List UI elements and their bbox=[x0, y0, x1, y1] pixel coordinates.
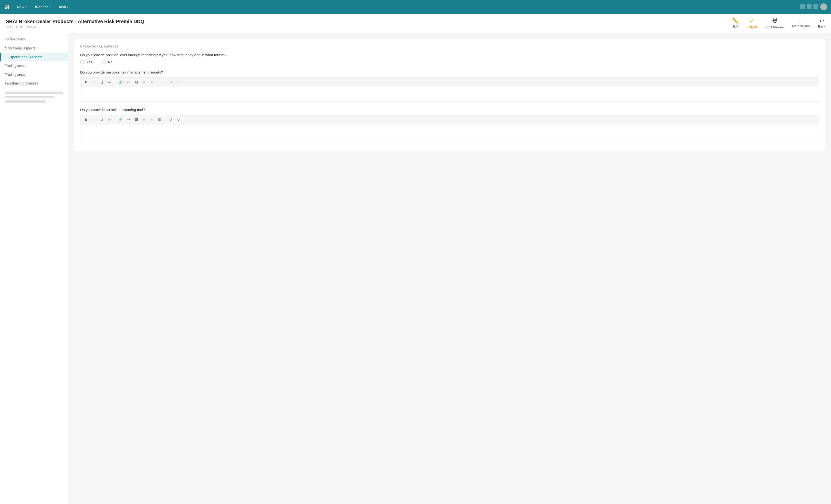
toolbar-align-2[interactable]: ≡ bbox=[148, 116, 155, 123]
toolbar-unordered-list[interactable]: ☰ bbox=[156, 79, 163, 85]
skeleton-line bbox=[5, 96, 54, 98]
categories-title: CATEGORIES bbox=[0, 38, 68, 44]
rich-text-toolbar-2: B I U </> 🔗 ↩ 🖼 ≡ ≡ ☰ ↺ bbox=[80, 115, 819, 124]
toolbar-underline[interactable]: U bbox=[98, 79, 105, 85]
svg-rect-0 bbox=[5, 5, 8, 6]
toolbar-italic[interactable]: I bbox=[91, 79, 97, 85]
page-title: SBAI Broker-Dealer Products - Alternativ… bbox=[6, 18, 144, 25]
nav-icon-1[interactable] bbox=[800, 4, 805, 9]
section-heading: OPERATIONAL ASPECTS bbox=[80, 45, 819, 48]
nav-diligence[interactable]: Diligence ▾ bbox=[31, 3, 53, 10]
edit-button[interactable]: ✏️ Edit bbox=[732, 18, 739, 28]
toolbar-image-2[interactable]: 🖼 bbox=[133, 116, 140, 123]
top-navigation: New ▾ Diligence ▾ Dash ▾ bbox=[0, 0, 831, 13]
toolbar-divider-4 bbox=[165, 117, 165, 122]
nav-left: New ▾ Diligence ▾ Dash ▾ bbox=[4, 2, 70, 11]
svg-rect-3 bbox=[8, 5, 9, 9]
main-content: OPERATIONAL ASPECTS Do you provide posit… bbox=[68, 33, 831, 504]
title-section: SBAI Broker-Dealer Products - Alternativ… bbox=[6, 18, 144, 28]
back-icon: ↩ bbox=[820, 18, 824, 24]
skeleton-line bbox=[5, 100, 46, 103]
toolbar-quote-2[interactable]: ↩ bbox=[125, 116, 132, 123]
print-preview-label: Print Preview bbox=[766, 25, 784, 29]
nav-new[interactable]: New ▾ bbox=[15, 3, 29, 10]
header-actions: ✏️ Edit ✓ Activate Print Preview bbox=[732, 18, 825, 29]
more-actions-button[interactable]: ··· More Actions bbox=[792, 19, 810, 28]
radio-yes-label: Yes bbox=[86, 60, 92, 64]
sidebar-item-trading-setup-1[interactable]: Trading setup bbox=[0, 61, 68, 70]
question-block-1: Do you provide position level through re… bbox=[80, 53, 819, 64]
toolbar-divider-3 bbox=[115, 117, 115, 122]
toolbar-link[interactable]: 🔗 bbox=[117, 79, 124, 85]
sidebar-item-operational-aspects-parent[interactable]: Operational Aspects bbox=[0, 44, 68, 53]
activate-label: Activate bbox=[746, 25, 758, 28]
radio-no[interactable]: No bbox=[102, 60, 113, 64]
print-icon bbox=[772, 18, 778, 24]
svg-rect-2 bbox=[5, 8, 7, 9]
activate-icon: ✓ bbox=[750, 18, 754, 24]
rich-text-area-1: B I U </> 🔗 ↩ 🖼 ≡ ≡ ☰ ↺ bbox=[80, 77, 819, 102]
content-area: CATEGORIES Operational Aspects Operation… bbox=[0, 33, 831, 504]
print-preview-button[interactable]: Print Preview bbox=[766, 18, 784, 29]
nav-dash[interactable]: Dash ▾ bbox=[55, 3, 70, 10]
skeleton-line bbox=[5, 92, 63, 94]
form-section: OPERATIONAL ASPECTS Do you provide posit… bbox=[74, 39, 825, 151]
toolbar-underline-2[interactable]: U bbox=[98, 116, 105, 123]
toolbar-image[interactable]: 🖼 bbox=[133, 79, 140, 85]
toolbar-undo-2[interactable]: ↺ bbox=[167, 116, 174, 123]
toolbar-code-2[interactable]: </> bbox=[106, 116, 113, 123]
toolbar-unordered-list-2[interactable]: ☰ bbox=[156, 116, 163, 123]
rich-text-area-2: B I U </> 🔗 ↩ 🖼 ≡ ≡ ☰ ↺ bbox=[80, 115, 819, 139]
main-container: SBAI Broker-Dealer Products - Alternativ… bbox=[0, 13, 831, 504]
back-label: Back bbox=[818, 25, 825, 28]
toolbar-redo-2[interactable]: ↻ bbox=[175, 116, 182, 123]
chevron-down-icon: ▾ bbox=[25, 6, 27, 8]
question-block-3: Do you provide an online reporting tool?… bbox=[80, 108, 819, 139]
toolbar-ordered-list-2[interactable]: ≡ bbox=[141, 116, 147, 123]
sidebar: CATEGORIES Operational Aspects Operation… bbox=[0, 33, 68, 504]
more-actions-label: More Actions bbox=[792, 24, 810, 28]
chevron-down-icon: ▾ bbox=[67, 6, 68, 8]
radio-yes[interactable]: Yes bbox=[80, 60, 92, 64]
header-bar: SBAI Broker-Dealer Products - Alternativ… bbox=[0, 13, 831, 33]
toolbar-code[interactable]: </> bbox=[106, 79, 113, 85]
nav-icon-3[interactable] bbox=[813, 4, 818, 9]
radio-circle-no bbox=[102, 60, 106, 64]
nav-icon-2[interactable] bbox=[807, 4, 811, 9]
toolbar-redo[interactable]: ↻ bbox=[175, 79, 182, 85]
toolbar-bold[interactable]: B bbox=[83, 79, 90, 85]
question-text-3: Do you provide an online reporting tool? bbox=[80, 108, 819, 112]
edit-label: Edit bbox=[733, 25, 738, 28]
sidebar-item-operational-aspects-active[interactable]: Operational Aspects bbox=[0, 53, 68, 61]
svg-point-7 bbox=[776, 21, 776, 21]
sidebar-item-trading-setup-2[interactable]: Trading setup bbox=[0, 70, 68, 79]
svg-rect-4 bbox=[773, 18, 777, 21]
rich-text-body-2[interactable] bbox=[80, 124, 819, 139]
toolbar-italic-2[interactable]: I bbox=[91, 116, 97, 123]
sidebar-item-investment-processes[interactable]: Investment processes bbox=[0, 79, 68, 88]
rich-text-body-1[interactable] bbox=[80, 87, 819, 101]
rich-text-toolbar-1: B I U </> 🔗 ↩ 🖼 ≡ ≡ ☰ ↺ bbox=[80, 78, 819, 87]
back-button[interactable]: ↩ Back bbox=[818, 18, 825, 28]
question-block-2: Do you provide bespoke risk management r… bbox=[80, 70, 819, 102]
sidebar-skeleton bbox=[0, 88, 68, 107]
radio-circle-yes bbox=[80, 60, 85, 64]
template-label: STANDARD TEMPLATE bbox=[6, 26, 144, 28]
user-avatar[interactable] bbox=[820, 3, 827, 10]
toolbar-undo[interactable]: ↺ bbox=[167, 79, 174, 85]
question-text-2: Do you provide bespoke risk management r… bbox=[80, 70, 819, 74]
question-text-1: Do you provide position level through re… bbox=[80, 53, 819, 57]
toolbar-link-2[interactable]: 🔗 bbox=[117, 116, 124, 123]
toolbar-align[interactable]: ≡ bbox=[148, 79, 155, 85]
activate-button[interactable]: ✓ Activate bbox=[746, 18, 758, 28]
radio-group-1: Yes No bbox=[80, 60, 819, 64]
more-actions-icon: ··· bbox=[799, 19, 803, 23]
radio-no-label: No bbox=[108, 60, 113, 64]
toolbar-ordered-list[interactable]: ≡ bbox=[141, 79, 147, 85]
edit-icon: ✏️ bbox=[732, 18, 739, 24]
app-logo[interactable] bbox=[4, 2, 13, 11]
toolbar-quote[interactable]: ↩ bbox=[125, 79, 132, 85]
nav-right bbox=[800, 3, 827, 10]
toolbar-bold-2[interactable]: B bbox=[83, 116, 90, 123]
chevron-down-icon: ▾ bbox=[50, 6, 51, 8]
